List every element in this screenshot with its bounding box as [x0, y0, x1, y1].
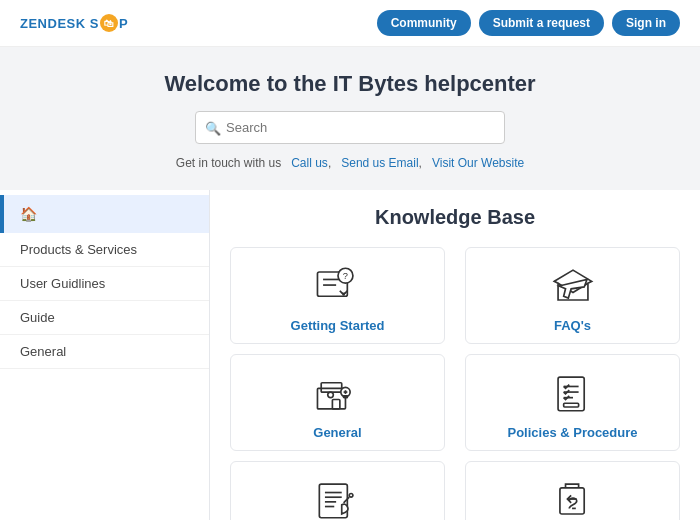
- kb-grid: ? Getting Started FAQ's: [230, 247, 680, 520]
- kb-card-getting-started-label: Getting Started: [291, 318, 385, 333]
- kb-card-policies[interactable]: Policies & Procedure: [465, 354, 680, 451]
- hero-section: Welcome to the IT Bytes helpcenter 🔍 Get…: [0, 47, 700, 190]
- logo-text-2: P: [119, 16, 128, 31]
- website-link[interactable]: Visit Our Website: [432, 156, 524, 170]
- svg-text:?: ?: [342, 271, 347, 281]
- email-link[interactable]: Send us Email: [341, 156, 418, 170]
- kb-card-faqs-label: FAQ's: [554, 318, 591, 333]
- sidebar-home[interactable]: 🏠: [0, 195, 209, 233]
- terms-icon: [310, 476, 366, 520]
- svg-rect-26: [559, 488, 583, 514]
- kb-card-faqs[interactable]: FAQ's: [465, 247, 680, 344]
- search-container: 🔍: [195, 111, 505, 144]
- header-buttons: Community Submit a request Sign in: [377, 10, 680, 36]
- main-content: 🏠 Products & Services User Guidlines Gui…: [0, 190, 700, 520]
- logo-text-1: ZENDESK S: [20, 16, 99, 31]
- svg-rect-9: [332, 400, 339, 409]
- sidebar-item-user-guidelines[interactable]: User Guidlines: [0, 267, 209, 301]
- knowledge-base-title: Knowledge Base: [230, 206, 680, 229]
- call-us-link[interactable]: Call us: [291, 156, 328, 170]
- faqs-icon: [545, 262, 601, 310]
- svg-point-25: [349, 493, 353, 497]
- kb-card-terms[interactable]: Terms & Conditions: [230, 461, 445, 520]
- svg-point-5: [342, 293, 345, 296]
- svg-rect-14: [558, 377, 584, 411]
- header: ZENDESK S 🛍 P Community Submit a request…: [0, 0, 700, 47]
- home-icon: 🏠: [20, 206, 37, 222]
- search-input[interactable]: [195, 111, 505, 144]
- sidebar-item-guide[interactable]: Guide: [0, 301, 209, 335]
- kb-card-general[interactable]: General: [230, 354, 445, 451]
- svg-line-24: [343, 497, 349, 503]
- knowledge-base: Knowledge Base ? Getting Started: [210, 190, 700, 520]
- kb-card-general-label: General: [313, 425, 361, 440]
- logo: ZENDESK S 🛍 P: [20, 14, 128, 32]
- sign-in-button[interactable]: Sign in: [612, 10, 680, 36]
- search-icon: 🔍: [205, 120, 221, 135]
- kb-card-policies-label: Policies & Procedure: [507, 425, 637, 440]
- community-button[interactable]: Community: [377, 10, 471, 36]
- hero-title: Welcome to the IT Bytes helpcenter: [20, 71, 680, 97]
- svg-rect-18: [563, 403, 578, 407]
- getting-started-icon: ?: [310, 262, 366, 310]
- contact-line: Get in touch with us Call us, Send us Em…: [20, 156, 680, 170]
- general-icon: [310, 369, 366, 417]
- sidebar-item-products[interactable]: Products & Services: [0, 233, 209, 267]
- kb-card-getting-started[interactable]: ? Getting Started: [230, 247, 445, 344]
- kb-card-return[interactable]: Return & Refund: [465, 461, 680, 520]
- logo-icon: 🛍: [100, 14, 118, 32]
- policies-icon: [545, 369, 601, 417]
- sidebar: 🏠 Products & Services User Guidlines Gui…: [0, 190, 210, 520]
- svg-point-8: [327, 392, 333, 398]
- svg-rect-7: [321, 383, 342, 392]
- submit-request-button[interactable]: Submit a request: [479, 10, 604, 36]
- return-icon: [545, 476, 601, 520]
- sidebar-item-general[interactable]: General: [0, 335, 209, 369]
